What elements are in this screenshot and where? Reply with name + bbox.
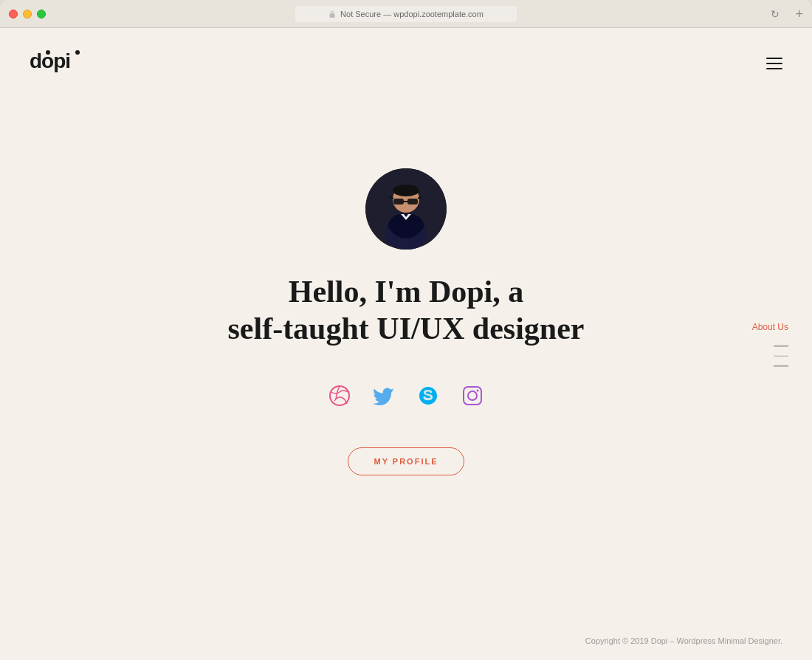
new-tab-button[interactable]: +	[795, 7, 803, 21]
hamburger-line-3	[766, 68, 782, 69]
svg-point-15	[468, 391, 477, 400]
lock-icon	[328, 10, 336, 18]
close-button[interactable]	[9, 10, 18, 18]
right-nav-line-3[interactable]	[774, 365, 788, 367]
social-icons	[326, 382, 486, 409]
svg-rect-8	[393, 199, 404, 204]
skype-icon[interactable]	[415, 382, 441, 409]
browser-window: Not Secure — wpdopi.zootemplate.com ↻ + …	[0, 0, 812, 660]
right-nav-line-2[interactable]	[774, 355, 788, 357]
svg-rect-9	[407, 199, 418, 204]
address-bar[interactable]: Not Secure — wpdopi.zootemplate.com	[295, 6, 517, 22]
right-nav-lines	[774, 346, 788, 367]
svg-point-16	[477, 390, 479, 392]
instagram-icon[interactable]	[459, 382, 486, 409]
site-logo[interactable]: dopi	[30, 49, 85, 78]
browser-titlebar: Not Secure — wpdopi.zootemplate.com ↻ +	[0, 0, 812, 28]
svg-point-7	[393, 185, 419, 196]
website-content: dopi	[0, 28, 812, 660]
reload-button[interactable]: ↻	[771, 8, 780, 20]
profile-button[interactable]: MY PROFILE	[348, 447, 464, 475]
right-nav-active-item[interactable]: About Us	[752, 322, 788, 332]
twitter-icon[interactable]	[371, 382, 397, 409]
main-content: Hello, I'm Dopi, a self-taught UI/UX des…	[0, 28, 812, 660]
dribbble-icon[interactable]	[326, 382, 353, 409]
right-nav-line-1[interactable]	[774, 346, 788, 347]
traffic-lights	[9, 10, 46, 18]
site-footer: Copyright © 2019 Dopi – Wordpress Minima…	[585, 636, 782, 645]
avatar-container	[365, 168, 447, 250]
logo-svg: dopi	[30, 49, 85, 72]
site-header: dopi	[0, 28, 812, 98]
avatar	[365, 168, 447, 250]
hamburger-line-1	[766, 58, 782, 59]
hero-headline: Hello, I'm Dopi, a self-taught UI/UX des…	[228, 273, 585, 348]
right-nav: About Us	[752, 322, 788, 367]
svg-rect-14	[464, 387, 481, 405]
hamburger-line-2	[766, 63, 782, 64]
hamburger-menu[interactable]	[766, 58, 782, 69]
svg-point-3	[75, 50, 80, 55]
svg-rect-0	[330, 13, 335, 18]
maximize-button[interactable]	[37, 10, 46, 18]
copyright-text: Copyright © 2019 Dopi – Wordpress Minima…	[585, 636, 782, 645]
svg-point-2	[46, 50, 50, 55]
address-text: Not Secure — wpdopi.zootemplate.com	[340, 10, 484, 18]
minimize-button[interactable]	[23, 10, 32, 18]
avatar-image	[365, 168, 447, 250]
